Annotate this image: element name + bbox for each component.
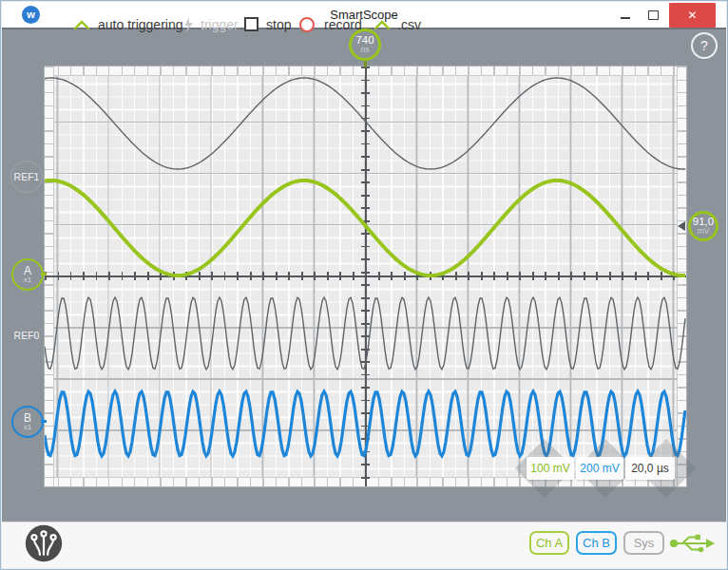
ch-a-button[interactable]: Ch A [529,531,569,555]
csv-label[interactable]: .csv [397,1,421,48]
record-label[interactable]: record [324,1,362,48]
record-circle-icon [299,17,315,32]
labnation-menu-button[interactable] [24,523,64,563]
time-scale-badge[interactable]: 20,0 µs [625,457,675,480]
csv-button[interactable] [374,1,391,48]
ref1-indicator[interactable]: REF1 [10,161,43,193]
maximize-icon [648,10,659,20]
smartscope-window: w SmartScope ✕ 100 mV 200 mV 20,0 µs 740… [0,0,728,570]
lightning-icon [182,16,194,33]
trigger-button[interactable] [182,1,194,48]
waveform-REF1[interactable] [45,78,685,169]
maximize-button[interactable] [641,2,665,28]
stop-checkbox-icon [244,17,259,31]
bottom-toolbar [2,522,726,568]
close-button[interactable]: ✕ [669,3,716,28]
usb-connected-icon [669,531,717,556]
ref0-indicator[interactable]: REF0 [9,324,45,347]
trigger-label[interactable]: trigger [201,1,239,48]
trigger-level-arrow [678,221,685,231]
scope-grid[interactable] [44,66,687,487]
minimize-icon [621,17,630,19]
ch-b-scale-badge[interactable]: 200 mV [576,457,623,480]
waveform-REF0[interactable] [45,297,685,370]
channel-b-indicator[interactable]: B x1 [11,406,44,438]
trigger-time-stem [364,60,367,67]
waveform-display[interactable] [45,66,686,486]
trigger-level-indicator[interactable]: 91,0 mV [688,211,718,241]
stop-checkbox[interactable] [244,1,259,48]
auto-triggering-button[interactable] [73,1,90,48]
sys-button[interactable]: Sys [623,531,664,555]
auto-triggering-label[interactable]: auto triggering [98,1,183,48]
help-button[interactable]: ? [691,32,718,59]
ch-b-button[interactable]: Ch B [576,531,617,555]
record-button[interactable] [299,1,315,48]
channel-a-indicator[interactable]: A x1 [11,258,44,291]
waveform-ChA[interactable] [45,180,685,276]
minimize-button[interactable] [613,2,638,28]
trigger-wave-icon [73,19,90,30]
csv-wave-icon [374,19,391,30]
ch-a-scale-badge[interactable]: 100 mV [527,457,574,480]
waveform-ChB[interactable] [45,391,685,456]
stop-label[interactable]: stop [266,1,291,48]
